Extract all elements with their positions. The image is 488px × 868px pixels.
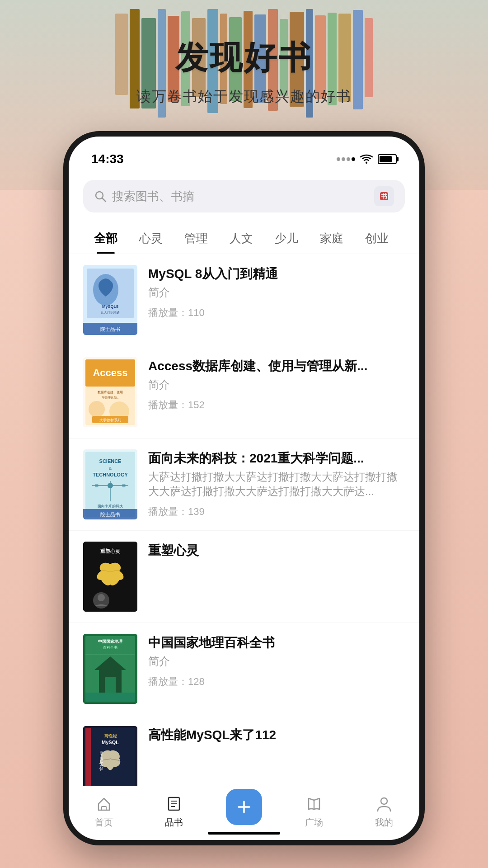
svg-text:大学教材系列: 大学教材系列 <box>99 418 121 422</box>
svg-rect-44 <box>85 693 135 702</box>
book-title: 重塑心灵 <box>148 542 405 559</box>
home-icon <box>95 795 113 813</box>
nav-item-square[interactable]: 广场 <box>279 794 349 832</box>
book-desc: 简介 <box>148 654 405 669</box>
svg-text:高性能: 高性能 <box>104 733 117 738</box>
nav-icon-home <box>94 794 114 814</box>
list-item[interactable]: SCIENCE & TECHNOLOGY 面向未来的科技 院士品书 面向未来的科… <box>69 439 419 531</box>
nav-icon-square <box>304 794 324 814</box>
wifi-icon <box>360 154 373 164</box>
search-placeholder-text: 搜索图书、书摘 <box>112 189 374 204</box>
book-cover-image: MySQL8 从入门到精通 院士品书 <box>83 265 137 335</box>
svg-line-2 <box>102 198 106 202</box>
nav-label-profile: 我的 <box>375 816 393 829</box>
book-title: 中国国家地理百科全书 <box>148 634 405 651</box>
svg-point-61 <box>381 798 387 804</box>
book-info: MySQL 8从入门到精通 简介 播放量：110 <box>148 265 405 320</box>
book-desc: 简介 <box>148 377 405 392</box>
nav-item-pinbooks[interactable]: 品书 <box>139 794 209 832</box>
list-item[interactable]: 高性能 MySQL 高性能MySQL 高性能MySQL来了112 <box>69 715 419 797</box>
plus-icon <box>235 798 253 816</box>
svg-text:院士品书: 院士品书 <box>100 326 120 332</box>
book-info: 中国国家地理百科全书 简介 播放量：128 <box>148 634 405 689</box>
book-play-count: 播放量：152 <box>148 398 405 412</box>
search-bar[interactable]: 搜索图书、书摘 书 <box>83 180 405 212</box>
list-item[interactable]: Access 数据库创建、使用 与管理从新... 大学教材系列 Access数据… <box>69 346 419 439</box>
book-desc: 简介 <box>148 285 405 300</box>
nav-item-add[interactable] <box>209 789 279 838</box>
svg-text:书: 书 <box>381 193 387 200</box>
book-info: 面向未来的科技：2021重大科学问题... 大萨达打撒打撒大大萨达打撒打撒大大萨… <box>148 449 405 519</box>
tab-management[interactable]: 管理 <box>174 223 219 254</box>
book-cover-image: 重塑心灵 <box>83 542 137 612</box>
tab-children[interactable]: 少儿 <box>264 223 309 254</box>
tab-soul[interactable]: 心灵 <box>128 223 174 254</box>
list-item[interactable]: 中国国家地理 百科全书 中国国家地理百科全书 简介 播放量：128 <box>69 623 419 715</box>
book-title: MySQL 8从入门到精通 <box>148 265 405 283</box>
book-title: 高性能MySQL来了112 <box>148 726 405 744</box>
person-icon <box>375 795 393 813</box>
svg-text:高性能MySQL: 高性能MySQL <box>99 751 103 771</box>
open-book-icon <box>305 795 323 813</box>
search-section: 搜索图书、书摘 书 <box>69 173 419 220</box>
search-action-button[interactable]: 书 <box>374 186 394 206</box>
tab-humanities[interactable]: 人文 <box>219 223 264 254</box>
book-cover: MySQL8 从入门到精通 院士品书 <box>83 265 137 335</box>
book-play-count: 播放量：128 <box>148 675 405 689</box>
home-indicator <box>208 832 280 835</box>
status-time: 14:33 <box>91 152 124 166</box>
list-item[interactable]: 重塑心灵 重塑心灵 <box>69 531 419 623</box>
svg-text:MySQL: MySQL <box>102 740 119 745</box>
signal-icon <box>337 157 355 161</box>
book-title: 面向未来的科技：2021重大科学问题... <box>148 449 405 467</box>
list-item[interactable]: MySQL8 从入门到精通 院士品书 MySQL 8从入门到精通 简介 播放量：… <box>69 254 419 346</box>
header-section: 发现好书 读万卷书始于发现感兴趣的好书 <box>0 36 488 107</box>
book-info: 重塑心灵 <box>148 542 405 559</box>
status-icons <box>337 154 397 164</box>
svg-text:面向未来的科技: 面向未来的科技 <box>98 504 123 508</box>
svg-point-31 <box>122 484 126 487</box>
tab-family[interactable]: 家庭 <box>309 223 354 254</box>
book-cover-image: Access 数据库创建、使用 与管理从新... 大学教材系列 <box>83 357 137 427</box>
book-cover-image: SCIENCE & TECHNOLOGY 面向未来的科技 院士品书 <box>83 449 137 519</box>
svg-text:MySQL8: MySQL8 <box>102 304 118 309</box>
search-icon <box>94 190 107 203</box>
svg-text:&: & <box>109 466 112 471</box>
book-info: Access数据库创建、使用与管理从新... 简介 播放量：152 <box>148 357 405 412</box>
svg-text:从入门到精通: 从入门到精通 <box>101 311 120 315</box>
svg-point-0 <box>366 162 367 164</box>
book-list: MySQL8 从入门到精通 院士品书 MySQL 8从入门到精通 简介 播放量：… <box>69 254 419 797</box>
book-title: Access数据库创建、使用与管理从新... <box>148 357 405 375</box>
book-cover: 重塑心灵 <box>83 542 137 612</box>
book-cover: SCIENCE & TECHNOLOGY 面向未来的科技 院士品书 <box>83 449 137 519</box>
book-play-count: 播放量：110 <box>148 306 405 320</box>
nav-label-home: 首页 <box>95 816 113 829</box>
page-main-title: 发现好书 <box>0 36 488 80</box>
book-cover-image: 中国国家地理 百科全书 <box>83 634 137 704</box>
add-button[interactable] <box>226 789 262 825</box>
nav-item-home[interactable]: 首页 <box>69 794 139 832</box>
book-cover: 中国国家地理 百科全书 <box>83 634 137 704</box>
svg-point-38 <box>98 594 105 601</box>
svg-point-29 <box>108 483 113 488</box>
svg-text:院士品书: 院士品书 <box>100 512 120 517</box>
status-bar: 14:33 <box>69 137 419 173</box>
svg-point-30 <box>95 484 99 487</box>
battery-icon <box>378 154 397 164</box>
tab-all[interactable]: 全部 <box>83 223 128 254</box>
nav-item-profile[interactable]: 我的 <box>349 794 419 832</box>
svg-text:Access: Access <box>93 367 127 378</box>
phone-frame: 14:33 <box>63 131 425 845</box>
battery-fill <box>380 156 392 162</box>
svg-text:重塑心灵: 重塑心灵 <box>100 548 121 554</box>
book-list-icon <box>165 795 183 813</box>
book-desc: 大萨达打撒打撒大大萨达打撒打撒大大萨达打撒打撒大大萨达打撒打撒大大萨达打撒打撒大… <box>148 470 405 499</box>
tab-startup[interactable]: 创业 <box>354 223 399 254</box>
page-subtitle: 读万卷书始于发现感兴趣的好书 <box>0 87 488 107</box>
svg-rect-43 <box>105 677 116 693</box>
nav-label-pinbooks: 品书 <box>165 816 183 829</box>
svg-text:百科全书: 百科全书 <box>103 646 117 650</box>
svg-text:SCIENCE: SCIENCE <box>99 458 122 464</box>
nav-icon-pinbooks <box>164 794 184 814</box>
book-cover: Access 数据库创建、使用 与管理从新... 大学教材系列 <box>83 357 137 427</box>
